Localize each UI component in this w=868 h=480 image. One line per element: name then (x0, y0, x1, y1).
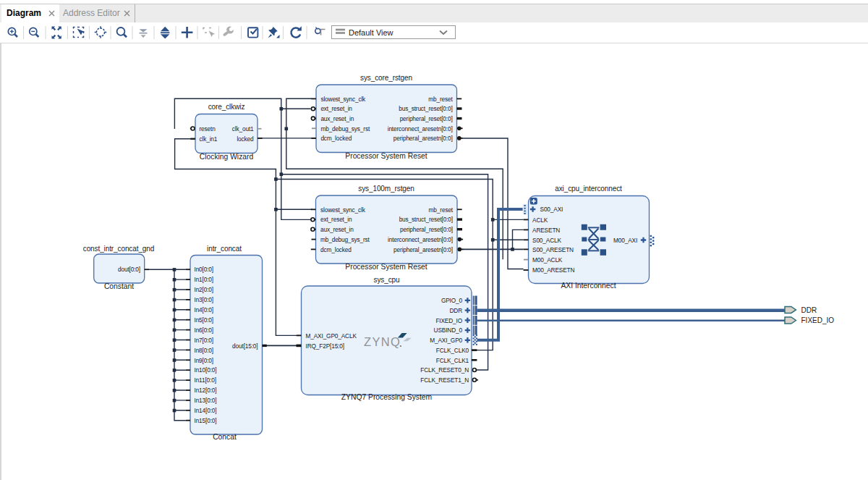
svg-text:ZYNQ: ZYNQ (364, 335, 401, 348)
svg-text:FIXED_IO: FIXED_IO (435, 317, 462, 324)
svg-text:FIXED_IO: FIXED_IO (801, 316, 835, 324)
svg-text:clk_out1: clk_out1 (232, 125, 254, 132)
svg-text:dcm_locked: dcm_locked (320, 246, 352, 253)
svg-text:peripheral_reset[0:0]: peripheral_reset[0:0] (400, 115, 453, 122)
svg-text:M00_ACLK: M00_ACLK (532, 256, 563, 264)
svg-text:In4[0:0]: In4[0:0] (195, 306, 213, 313)
svg-text:slowest_sync_clk: slowest_sync_clk (320, 206, 366, 214)
svg-text:Default View: Default View (349, 28, 393, 37)
svg-text:ARESETN: ARESETN (532, 227, 560, 234)
svg-text:mb_debug_sys_rst: mb_debug_sys_rst (320, 125, 370, 132)
svg-text:peripheral_aresetn[0:0]: peripheral_aresetn[0:0] (393, 246, 453, 253)
svg-text:In3[0:0]: In3[0:0] (195, 296, 213, 303)
svg-text:peripheral_aresetn[0:0]: peripheral_aresetn[0:0] (393, 135, 453, 142)
svg-text:In1[0:0]: In1[0:0] (195, 276, 213, 283)
svg-text:M_AXI_GP0_ACLK: M_AXI_GP0_ACLK (306, 332, 357, 340)
svg-text:In9[0:0]: In9[0:0] (195, 357, 213, 364)
svg-text:In8[0:0]: In8[0:0] (195, 347, 213, 354)
svg-text:M00_ARESETN: M00_ARESETN (532, 266, 574, 274)
svg-text:ACLK: ACLK (532, 216, 548, 224)
svg-text:M_AXI_GP0: M_AXI_GP0 (430, 337, 462, 344)
svg-text:In0[0:0]: In0[0:0] (195, 266, 213, 273)
svg-text:Processor System Reset: Processor System Reset (345, 152, 427, 160)
svg-text:ext_reset_in: ext_reset_in (320, 216, 352, 223)
svg-text:M00_AXI: M00_AXI (613, 237, 637, 244)
svg-text:const_intr_concat_gnd: const_intr_concat_gnd (83, 245, 155, 253)
svg-text:FCLK_CLK1: FCLK_CLK1 (436, 357, 469, 364)
svg-text:sys_cpu: sys_cpu (374, 276, 400, 284)
svg-text:ZYNQ7 Processing System: ZYNQ7 Processing System (341, 393, 432, 401)
svg-text:slowest_sync_clk: slowest_sync_clk (320, 96, 366, 103)
svg-text:interconnect_aresetn[0:0]: interconnect_aresetn[0:0] (388, 236, 453, 243)
svg-text:In2[0:0]: In2[0:0] (195, 286, 213, 293)
svg-text:ext_reset_in: ext_reset_in (320, 105, 352, 112)
svg-text:FCLK_RESET1_N: FCLK_RESET1_N (420, 376, 469, 384)
svg-text:intr_concat: intr_concat (207, 245, 242, 253)
svg-text:IRQ_F2P[15:0]: IRQ_F2P[15:0] (306, 342, 344, 350)
svg-text:sys_100m_rstgen: sys_100m_rstgen (358, 185, 414, 193)
svg-text:In5[0:0]: In5[0:0] (195, 316, 213, 324)
svg-text:core_clkwiz: core_clkwiz (208, 103, 245, 111)
svg-text:S00_ACLK: S00_ACLK (532, 237, 561, 244)
svg-text:interconnect_aresetn[0:0]: interconnect_aresetn[0:0] (388, 125, 453, 132)
svg-text:DDR: DDR (801, 306, 817, 314)
svg-text:In14[0:0]: In14[0:0] (195, 407, 217, 414)
svg-text:sys_core_rstgen: sys_core_rstgen (360, 74, 412, 82)
svg-text:dout[15:0]: dout[15:0] (232, 342, 258, 350)
svg-text:dout[0:0]: dout[0:0] (118, 266, 140, 273)
svg-text:In10[0:0]: In10[0:0] (195, 366, 217, 374)
svg-text:mb_reset: mb_reset (428, 96, 453, 103)
svg-text:aux_reset_in: aux_reset_in (320, 115, 354, 122)
svg-text:resetn: resetn (200, 125, 216, 132)
svg-text:clk_in1: clk_in1 (200, 135, 218, 143)
svg-text:aux_reset_in: aux_reset_in (320, 226, 354, 233)
svg-text:axi_cpu_interconnect: axi_cpu_interconnect (555, 185, 622, 193)
svg-text:peripheral_reset[0:0]: peripheral_reset[0:0] (400, 226, 453, 233)
svg-text:In11[0:0]: In11[0:0] (195, 376, 216, 384)
svg-text:mb_reset: mb_reset (429, 206, 454, 214)
svg-text:Processor System Reset: Processor System Reset (345, 263, 427, 271)
svg-text:Constant: Constant (104, 282, 134, 290)
svg-text:Concat: Concat (213, 433, 237, 441)
svg-text:FCLK_CLK0: FCLK_CLK0 (436, 347, 469, 354)
svg-text:FCLK_RESET0_N: FCLK_RESET0_N (420, 366, 469, 374)
svg-text:In12[0:0]: In12[0:0] (195, 387, 217, 394)
svg-text:GPIO_0: GPIO_0 (441, 297, 463, 304)
svg-text:In6[0:0]: In6[0:0] (195, 327, 213, 334)
svg-text:bus_struct_reset[0:0]: bus_struct_reset[0:0] (399, 105, 452, 112)
svg-text:locked: locked (237, 135, 254, 143)
svg-text:S00_AXI: S00_AXI (540, 206, 563, 213)
svg-text:S00_ARESETN: S00_ARESETN (532, 246, 574, 253)
svg-text:mb_debug_sys_rst: mb_debug_sys_rst (320, 236, 370, 243)
svg-text:AXI Interconnect: AXI Interconnect (561, 282, 616, 290)
svg-text:dcm_locked: dcm_locked (320, 135, 352, 142)
svg-text:bus_struct_reset[0:0]: bus_struct_reset[0:0] (399, 216, 453, 223)
svg-text:In7[0:0]: In7[0:0] (195, 337, 213, 344)
svg-text:In13[0:0]: In13[0:0] (195, 397, 217, 404)
svg-text:In15[0:0]: In15[0:0] (195, 417, 217, 424)
svg-text:USBIND_0: USBIND_0 (434, 327, 463, 334)
svg-text:Clocking Wizard: Clocking Wizard (200, 153, 254, 161)
svg-text:DDR: DDR (449, 307, 462, 314)
